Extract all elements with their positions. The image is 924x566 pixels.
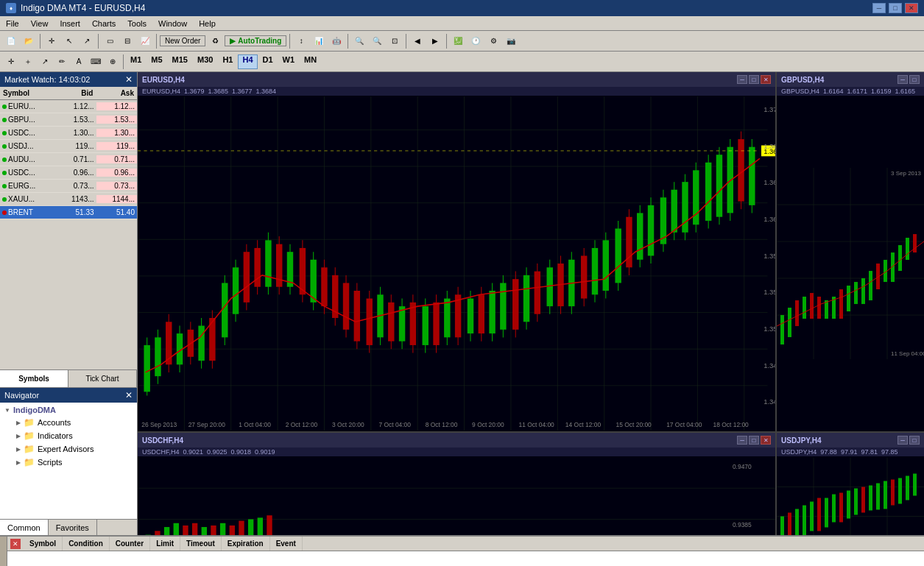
crosshair-btn[interactable]: ✛ — [43, 33, 60, 49]
mw-row-brent[interactable]: BRENT 51.33 51.40 — [0, 206, 137, 219]
mw-row-xauusd[interactable]: XAUU... 1143... 1144... — [0, 193, 137, 206]
terminal-row-close[interactable]: ✕ — [10, 539, 21, 549]
chart-eurusd-close[interactable]: ✕ — [761, 75, 771, 84]
tf-mn[interactable]: MN — [300, 54, 321, 69]
menu-help[interactable]: Help — [193, 18, 222, 29]
scroll-right-btn[interactable]: ▶ — [427, 33, 443, 49]
bar-chart-btn[interactable]: ▭ — [102, 33, 118, 49]
terminal-resize-handle[interactable]: ⋮ — [0, 537, 7, 566]
clock-btn[interactable]: 🕐 — [468, 33, 484, 49]
chart-eurusd-maximize[interactable]: □ — [749, 75, 759, 84]
scroll-left-btn[interactable]: ◀ — [409, 33, 426, 49]
close-button[interactable]: ✕ — [905, 3, 918, 13]
tf-m5[interactable]: M5 — [147, 54, 166, 69]
arrow-btn[interactable]: ↖ — [61, 33, 77, 49]
arrow2-btn[interactable]: ↗ — [79, 33, 95, 49]
history-btn[interactable]: ↕ — [293, 33, 309, 49]
mw-row-eurusd[interactable]: EURU... 1.12... 1.12... — [0, 100, 137, 113]
tf-m15[interactable]: M15 — [168, 54, 192, 69]
new-order-button[interactable]: New Order — [160, 35, 205, 46]
main-layout: Market Watch: 14:03:02 ✕ Symbol Bid Ask … — [0, 72, 924, 535]
chart-gbpusd-minimize[interactable]: ─ — [897, 75, 908, 84]
nav-item-ea[interactable]: ▶ 📁 Expert Advisors — [1, 442, 135, 456]
new-chart-btn[interactable]: 📄 — [3, 33, 19, 49]
indicator-btn[interactable]: 📊 — [311, 33, 327, 49]
mw-row-usdcad[interactable]: USDC... 1.30... 1.30... — [0, 127, 137, 140]
menu-charts[interactable]: Charts — [86, 18, 121, 29]
draw-plus-btn[interactable]: ＋ — [20, 54, 36, 70]
chart-eurusd-title: EURUSD,H4 — [142, 76, 185, 84]
tf-m30[interactable]: M30 — [193, 54, 217, 69]
mw-col-ask: Ask — [96, 89, 137, 97]
svg-rect-201 — [248, 520, 253, 535]
market-watch-close[interactable]: ✕ — [125, 74, 133, 85]
mw-row-usdjpy[interactable]: USDJ... 119... 119... — [0, 140, 137, 153]
svg-text:7 Oct 04:00: 7 Oct 04:00 — [378, 421, 411, 428]
terminal-col-limit: Limit — [150, 537, 180, 551]
mw-tab-tick-chart[interactable]: Tick Chart — [68, 370, 137, 387]
chart-usdchf-maximize[interactable]: □ — [749, 436, 759, 445]
tf-w1[interactable]: W1 — [278, 54, 300, 69]
terminal-body — [7, 551, 924, 566]
tf-d1[interactable]: D1 — [258, 54, 278, 69]
chart-gbpusd-maximize[interactable]: □ — [909, 75, 920, 84]
minimize-button[interactable]: ─ — [872, 3, 886, 13]
svg-rect-225 — [869, 486, 872, 511]
nav-item-root[interactable]: ▼ IndigoDMA — [1, 404, 135, 416]
zoom-in-btn[interactable]: 🔍 — [351, 33, 367, 49]
chart-gbpusd-info: GBPUSD,H4 1.6164 1.6171 1.6159 1.6165 — [777, 87, 924, 96]
svg-text:9 Oct 20:00: 9 Oct 20:00 — [472, 421, 504, 428]
tab-common[interactable]: Common — [0, 520, 49, 535]
menu-view[interactable]: View — [25, 18, 54, 29]
navigator-close[interactable]: ✕ — [125, 390, 133, 400]
tf-m1[interactable]: M1 — [126, 54, 146, 69]
mw-row-eurgbp[interactable]: EURG... 0.73... 0.73... — [0, 180, 137, 193]
mw-tab-symbols[interactable]: Symbols — [0, 370, 68, 387]
ea-btn[interactable]: 🤖 — [328, 33, 345, 49]
recycle-btn[interactable]: ♻ — [207, 33, 223, 49]
market-watch-table: Symbol Bid Ask EURU... 1.12... 1.12... G… — [0, 87, 137, 369]
chart-usdjpy-maximize[interactable]: □ — [909, 436, 920, 445]
draw-pen-btn[interactable]: ✏ — [54, 54, 70, 70]
terminal-col-expiration: Expiration — [222, 537, 270, 551]
nav-item-accounts[interactable]: ▶ 📁 Accounts — [1, 416, 135, 429]
svg-text:1.3585: 1.3585 — [763, 252, 775, 260]
tf-h1[interactable]: H1 — [218, 54, 237, 69]
tf-h4[interactable]: H4 — [238, 54, 257, 69]
tab-favorites[interactable]: Favorites — [49, 520, 97, 535]
menu-insert[interactable]: Insert — [54, 18, 86, 29]
zoom-out-btn[interactable]: 🔍 — [369, 33, 385, 49]
chart-usdchf-body[interactable]: 0.9470 0.9385 — [138, 456, 775, 535]
market-watch-header: Market Watch: 14:03:02 ✕ — [0, 72, 137, 87]
autotrading-button[interactable]: ▶ AutoTrading — [225, 35, 286, 46]
chart-gbpusd-body[interactable]: 3 Sep 2013 11 Sep 04:00 — [777, 96, 924, 431]
nav-item-scripts[interactable]: ▶ 📁 Scripts — [1, 456, 135, 469]
menu-window[interactable]: Window — [152, 18, 193, 29]
screenshot-btn[interactable]: 📷 — [503, 33, 519, 49]
fit-btn[interactable]: ⊡ — [387, 33, 403, 49]
svg-text:1.3525: 1.3525 — [763, 325, 775, 333]
line-btn[interactable]: 📈 — [137, 33, 153, 49]
draw-text-btn[interactable]: A — [71, 54, 87, 70]
open-btn[interactable]: 📂 — [21, 33, 37, 49]
draw-symbol-btn[interactable]: ⊕ — [105, 54, 121, 70]
chart-usdchf-minimize[interactable]: ─ — [737, 436, 747, 445]
draw-cursor-btn[interactable]: ✛ — [3, 54, 19, 70]
settings-btn[interactable]: ⚙ — [485, 33, 501, 49]
mw-row-audusd[interactable]: AUDU... 0.71... 0.71... — [0, 153, 137, 166]
maximize-button[interactable]: □ — [889, 3, 902, 13]
chart-usdchf-close[interactable]: ✕ — [761, 436, 771, 445]
chart-eurusd-minimize[interactable]: ─ — [737, 75, 747, 84]
draw-arrow-btn[interactable]: ↗ — [37, 54, 53, 70]
candle-btn[interactable]: ⊟ — [119, 33, 135, 49]
trade-btn[interactable]: 💹 — [450, 33, 466, 49]
nav-item-indicators[interactable]: ▶ 📁 Indicators — [1, 429, 135, 442]
menu-tools[interactable]: Tools — [121, 18, 152, 29]
chart-usdjpy-body[interactable] — [777, 456, 924, 535]
chart-eurusd-body[interactable]: 1.3684 1.3705 1.3675 1.3645 1.3615 1.358… — [138, 96, 775, 431]
chart-usdjpy-minimize[interactable]: ─ — [897, 436, 908, 445]
mw-row-usdchf[interactable]: USDC... 0.96... 0.96... — [0, 166, 137, 180]
draw-abc-btn[interactable]: ⌨ — [88, 54, 104, 70]
menu-file[interactable]: File — [0, 18, 25, 29]
mw-row-gbpusd[interactable]: GBPU... 1.53... 1.53... — [0, 113, 137, 127]
